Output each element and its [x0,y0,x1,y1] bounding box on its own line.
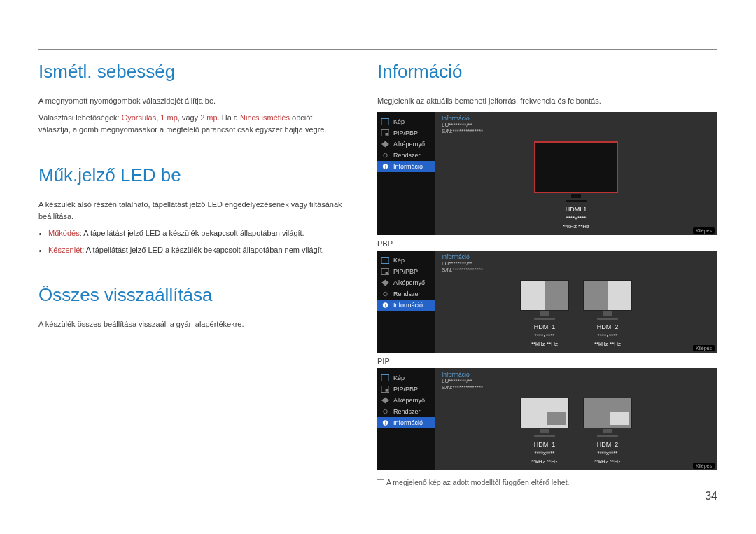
opt-2s: 2 mp [200,113,217,122]
section-title-repeat-speed: Ismétl. sebesség [38,61,346,83]
osd-info-header: Információ LU********/** S/N:***********… [442,253,710,273]
svg-rect-9 [386,272,389,274]
subscreen-icon [382,279,389,286]
osd-info-header: Információ LU********/** S/N:***********… [442,115,710,134]
osd-menu-informacio[interactable]: iInformáció [377,300,435,311]
label-hdmi1: HDMI 1 [566,206,587,213]
section-title-power-led: Műk.jelző LED be [38,164,346,186]
gear-icon [382,152,389,159]
section-title-reset-all: Összes visszaállítása [38,284,346,306]
section-title-information: Információ [377,61,718,83]
osd-menu-alkepernyo[interactable]: Alképernyő [377,395,435,406]
monitor-display-pip-1: HDMI 1 ****x**** **kHz **Hz [520,398,569,465]
label-mode-pbp: PBP [377,239,718,248]
osd-menu-pip[interactable]: PIP/PBP [377,127,435,139]
svg-rect-14 [382,374,389,381]
opt-accel: Gyorsulás [122,113,157,122]
bullet-standby: Készenlét: A tápellátást jelző LED a kés… [48,244,346,257]
osd-menu-rendszer[interactable]: Rendszer [377,406,435,417]
osd-exit-button[interactable]: Kilépés [693,227,715,234]
osd-menu-informacio[interactable]: iInformáció [377,161,435,172]
page-number: 34 [38,490,718,503]
svg-rect-7 [382,257,389,263]
svg-text:i: i [385,164,386,169]
subscreen-icon [382,397,389,404]
label-hdmi2: HDMI 2 [597,441,619,448]
monitor-display-pip-2: HDMI 2 ****x**** **kHz **Hz [583,398,632,465]
bullet-operation: Működés: A tápellátást jelző LED a készü… [48,227,346,240]
picture-icon [382,257,389,264]
info-icon: i [382,419,389,426]
svg-marker-10 [382,279,389,286]
osd-menu: Kép PIP/PBP Alképernyő Rendszer iInformá… [377,112,435,235]
label-hdmi1: HDMI 1 [534,441,556,448]
gear-icon [382,408,389,415]
osd-menu: Kép PIP/PBP Alképernyő Rendszer iInformá… [377,368,435,470]
osd-menu-alkepernyo[interactable]: Alképernyő [377,139,435,150]
monitor-display-pbp-1: HDMI 1 ****x**** **kHz **Hz [520,280,569,347]
label-resolution: ****x**** [566,215,587,221]
pip-icon [382,386,389,393]
svg-point-11 [384,292,388,296]
picture-icon [382,118,389,125]
subscreen-icon [382,141,389,148]
osd-menu-rendszer[interactable]: Rendszer [377,288,435,300]
svg-point-4 [384,153,388,157]
opt-1s: 1 mp [160,113,177,122]
osd-panel-pip: Kép PIP/PBP Alképernyő Rendszer iInformá… [377,368,718,470]
osd-menu-alkepernyo[interactable]: Alképernyő [377,277,435,288]
label-hdmi1: HDMI 1 [534,323,556,330]
label-hdmi2: HDMI 2 [597,323,619,330]
osd-menu-rendszer[interactable]: Rendszer [377,150,435,161]
osd-panel-pbp: Kép PIP/PBP Alképernyő Rendszer iInformá… [377,251,718,353]
info-icon: i [382,163,389,170]
osd-menu-pip[interactable]: PIP/PBP [377,384,435,395]
svg-point-18 [384,409,388,414]
label-mode-pip: PIP [377,357,718,365]
osd-exit-button[interactable]: Kilépés [693,463,715,469]
text-information-desc: Megjelenik az aktuális bemeneti jelforrá… [377,95,718,108]
svg-rect-16 [386,389,389,392]
opt-norepeat: Nincs ismétlés [240,113,290,122]
label-frequency: **kHz **Hz [563,223,589,230]
picture-icon [382,374,389,381]
opt-prefix: Választási lehetőségek: [38,113,122,122]
osd-menu-informacio[interactable]: iInformáció [377,417,435,428]
svg-rect-2 [386,133,389,136]
osd-menu-kep[interactable]: Kép [377,116,435,127]
text-repeat-speed-desc: A megnyomott nyomógombok válaszidejét ál… [38,95,346,108]
svg-marker-3 [382,141,389,147]
svg-rect-0 [382,118,389,125]
osd-menu: Kép PIP/PBP Alképernyő Rendszer iInformá… [377,251,435,353]
svg-text:i: i [385,420,386,425]
osd-menu-kep[interactable]: Kép [377,372,435,384]
info-icon: i [382,302,389,309]
footnote: ―A megjelenő kép az adott modelltől függ… [377,476,718,486]
osd-exit-button[interactable]: Kilépés [693,345,715,351]
text-reset-all-desc: A készülék összes beállítása visszaáll a… [38,318,346,331]
monitor-display-single: HDMI 1 ****x**** **kHz **Hz [534,141,618,230]
gear-icon [382,290,389,297]
svg-marker-17 [382,397,389,403]
monitor-display-pbp-2: HDMI 2 ****x**** **kHz **Hz [583,280,632,347]
pip-icon [382,129,389,136]
osd-panel-single: Kép PIP/PBP Alképernyő Rendszer iInformá… [377,112,718,235]
osd-menu-kep[interactable]: Kép [377,255,435,266]
osd-info-header: Információ LU********/** S/N:***********… [442,371,710,391]
svg-text:i: i [385,302,386,307]
osd-menu-pip[interactable]: PIP/PBP [377,266,435,277]
text-repeat-speed-options: Választási lehetőségek: Gyorsulás, 1 mp,… [38,112,346,136]
pip-icon [382,268,389,275]
text-power-led-desc: A készülék alsó részén található, tápell… [38,199,346,223]
